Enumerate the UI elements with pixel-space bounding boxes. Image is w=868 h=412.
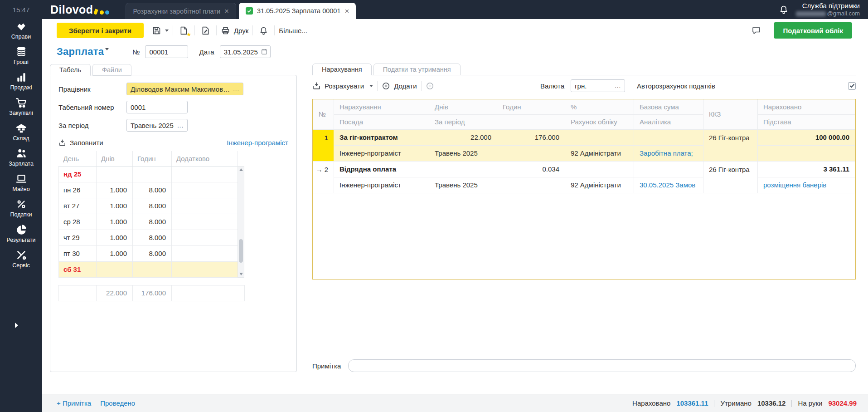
tab-accruals[interactable]: Нарахування xyxy=(312,64,372,75)
save-button[interactable] xyxy=(150,24,163,37)
basis-cell[interactable] xyxy=(758,145,855,161)
accrual-name-cell[interactable]: Відрядна оплата xyxy=(334,161,429,177)
account-cell[interactable]: 92 Адміністрати xyxy=(565,145,634,161)
sidebar-item-podatky[interactable]: Податки xyxy=(0,198,42,218)
days-cell[interactable]: 1.000 xyxy=(97,245,133,261)
days-cell[interactable]: 1.000 xyxy=(97,230,133,245)
currency-input[interactable]: грн. ... xyxy=(571,79,625,92)
row-number-cell[interactable]: 1 xyxy=(313,129,334,161)
sidebar-item-spravy[interactable]: Справи xyxy=(0,20,42,40)
hours-cell[interactable]: 0.034 xyxy=(497,161,565,177)
sidebar-expand-chevron-icon[interactable] xyxy=(15,323,18,328)
sidebar-item-rezultaty[interactable]: Результати xyxy=(0,224,42,243)
sidebar-item-zarplata[interactable]: Зарплата xyxy=(0,147,42,167)
chevron-down-icon[interactable] xyxy=(369,85,373,87)
worker-picker-button[interactable]: ... xyxy=(233,86,239,93)
day-cell[interactable]: ср 28 xyxy=(59,214,97,230)
base-cell[interactable] xyxy=(634,129,703,145)
reminder-bell-button[interactable] xyxy=(257,24,270,37)
sidebar-item-maino[interactable]: Майно xyxy=(0,173,42,192)
percent-cell[interactable] xyxy=(565,161,634,177)
tax-accounting-button[interactable]: Податковий облік xyxy=(774,22,852,39)
print-button[interactable]: Друк xyxy=(221,26,248,35)
close-icon[interactable]: × xyxy=(344,7,349,15)
save-as-template-button[interactable] xyxy=(177,24,190,37)
row-number-cell[interactable]: 2 xyxy=(313,161,334,193)
posted-link[interactable]: Проведено xyxy=(100,399,135,407)
analytics-cell[interactable]: 30.05.2025 Замов xyxy=(634,177,703,193)
day-cell[interactable]: вт 27 xyxy=(59,198,97,214)
timesheet-scrollbar[interactable] xyxy=(238,166,244,278)
tab-files[interactable]: Файли xyxy=(92,64,131,76)
scroll-down-icon[interactable] xyxy=(239,273,243,275)
chevron-down-icon[interactable] xyxy=(165,29,169,32)
account-cell[interactable]: 92 Адміністрати xyxy=(565,177,634,193)
accrual-name-cell[interactable]: За гіг-контрактом xyxy=(334,129,429,145)
position-cell[interactable]: Інженер-програміст xyxy=(334,177,429,193)
notifications-bell-icon[interactable] xyxy=(779,5,789,15)
extra-cell[interactable] xyxy=(172,230,238,245)
period-cell[interactable]: Травень 2025 xyxy=(429,177,565,193)
hours-cell[interactable] xyxy=(133,166,172,182)
extra-cell[interactable] xyxy=(172,166,238,182)
accrued-cell[interactable]: 100 000.00 xyxy=(758,129,855,145)
hours-cell[interactable]: 8.000 xyxy=(133,214,172,230)
doc-type-caret-icon[interactable] xyxy=(105,48,109,50)
calendar-icon[interactable] xyxy=(261,48,268,55)
tab-number-input[interactable] xyxy=(126,101,188,113)
autocalc-checkbox[interactable] xyxy=(848,82,856,90)
hours-cell[interactable]: 8.000 xyxy=(133,182,172,198)
days-cell[interactable] xyxy=(97,261,133,277)
sidebar-item-zakupivli[interactable]: Закупівлі xyxy=(0,97,42,116)
percent-cell[interactable] xyxy=(565,129,634,145)
period-cell[interactable]: Травень 2025 xyxy=(429,145,565,161)
position-cell[interactable]: Інженер-програміст xyxy=(334,145,429,161)
days-cell[interactable] xyxy=(429,161,497,177)
hours-cell[interactable]: 8.000 xyxy=(133,245,172,261)
currency-picker-button[interactable]: ... xyxy=(615,83,621,89)
hours-cell[interactable]: 176.000 xyxy=(497,129,565,145)
period-picker-button[interactable]: ... xyxy=(177,122,184,129)
sidebar-item-prodazhi[interactable]: Продажі xyxy=(0,71,42,91)
sidebar-item-hroshi[interactable]: Гроші xyxy=(0,46,42,65)
day-cell[interactable]: сб 31 xyxy=(59,261,97,277)
tab-taxes-withholdings[interactable]: Податки та утримання xyxy=(373,64,461,75)
hours-cell[interactable] xyxy=(133,261,172,277)
extra-cell[interactable] xyxy=(172,261,238,277)
days-cell[interactable] xyxy=(97,166,133,182)
calculate-button[interactable]: Розрахувати xyxy=(312,82,373,90)
document-number-input[interactable] xyxy=(145,45,188,58)
base-cell[interactable] xyxy=(634,161,703,177)
analytics-cell[interactable]: Заробітна плата; xyxy=(634,145,703,161)
day-cell[interactable]: пн 26 xyxy=(59,182,97,198)
tab-tabel[interactable]: Табель xyxy=(50,64,91,76)
scrollbar-thumb[interactable] xyxy=(239,239,243,263)
edit-button[interactable] xyxy=(199,24,212,37)
period-input[interactable]: Травень 2025 ... xyxy=(126,119,188,132)
extra-cell[interactable] xyxy=(172,245,238,261)
position-link[interactable]: Інженер-програміст xyxy=(227,139,288,147)
save-and-close-button[interactable]: Зберегти і закрити xyxy=(57,23,144,38)
kkz-cell[interactable]: 26 Гіг-контра xyxy=(703,129,758,161)
tab-payroll-list[interactable]: Розрахунки заробітної плати × xyxy=(126,3,236,19)
day-cell[interactable]: пт 30 xyxy=(59,245,97,261)
scroll-up-icon[interactable] xyxy=(239,168,243,171)
comments-button[interactable] xyxy=(750,24,763,37)
fill-button[interactable]: Заповнити xyxy=(58,139,103,147)
hours-cell[interactable]: 8.000 xyxy=(133,230,172,245)
accrued-cell[interactable]: 3 361.11 xyxy=(758,161,855,177)
add-note-link[interactable]: + Примітка xyxy=(57,399,91,407)
basis-cell[interactable]: розміщення банерів xyxy=(758,177,855,193)
note-input[interactable] xyxy=(348,359,856,372)
sidebar-item-servis[interactable]: Сервіс xyxy=(0,249,42,269)
kkz-cell[interactable]: 26 Гіг-контра xyxy=(703,161,758,193)
days-cell[interactable]: 1.000 xyxy=(97,182,133,198)
support-block[interactable]: Служба підтримки @gmail.com xyxy=(796,2,860,18)
day-cell[interactable]: нд 25 xyxy=(59,166,97,182)
extra-cell[interactable] xyxy=(172,198,238,214)
more-button[interactable]: Більше... xyxy=(279,27,307,34)
dilovod-logo[interactable]: Dilovod xyxy=(50,0,109,19)
days-cell[interactable]: 22.000 xyxy=(429,129,497,145)
day-cell[interactable]: чт 29 xyxy=(59,230,97,245)
days-cell[interactable]: 1.000 xyxy=(97,198,133,214)
